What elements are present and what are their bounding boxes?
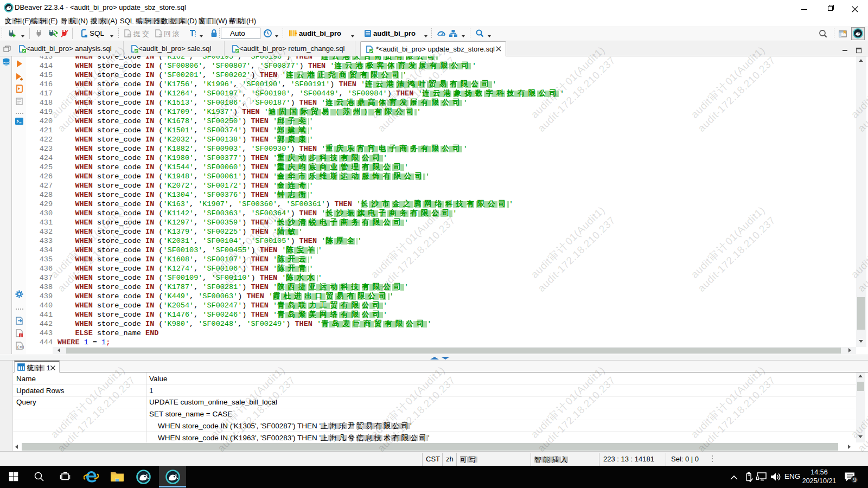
svg-text:(x): (x) — [17, 344, 24, 349]
svg-text:9: 9 — [853, 477, 857, 483]
